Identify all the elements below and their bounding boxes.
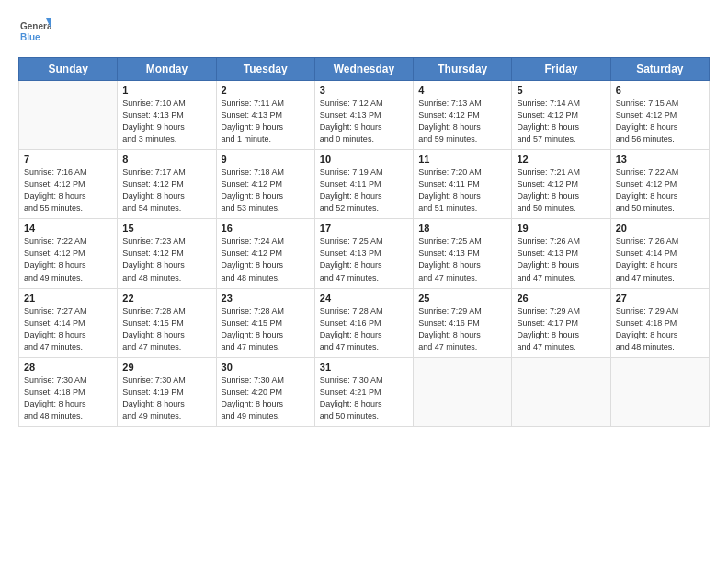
day-cell: 24Sunrise: 7:28 AM Sunset: 4:16 PM Dayli… — [314, 288, 413, 357]
svg-text:Blue: Blue — [20, 32, 40, 42]
day-number: 3 — [320, 85, 408, 96]
day-cell: 17Sunrise: 7:25 AM Sunset: 4:13 PM Dayli… — [314, 219, 413, 288]
weekday-header-friday: Friday — [512, 58, 610, 81]
svg-text:General: General — [20, 21, 51, 31]
day-cell: 5Sunrise: 7:14 AM Sunset: 4:12 PM Daylig… — [512, 81, 610, 150]
day-number: 9 — [222, 154, 310, 165]
weekday-header-monday: Monday — [118, 58, 216, 81]
day-info: Sunrise: 7:24 AM Sunset: 4:12 PM Dayligh… — [222, 236, 310, 283]
logo: General Blue — [18, 15, 51, 48]
day-cell: 15Sunrise: 7:23 AM Sunset: 4:12 PM Dayli… — [118, 219, 216, 288]
day-number: 18 — [418, 223, 506, 234]
day-cell: 3Sunrise: 7:12 AM Sunset: 4:13 PM Daylig… — [314, 81, 413, 150]
day-number: 31 — [320, 362, 408, 373]
day-cell: 27Sunrise: 7:29 AM Sunset: 4:18 PM Dayli… — [610, 288, 709, 357]
header: General Blue — [18, 15, 710, 48]
day-cell: 16Sunrise: 7:24 AM Sunset: 4:12 PM Dayli… — [216, 219, 314, 288]
day-info: Sunrise: 7:25 AM Sunset: 4:13 PM Dayligh… — [418, 236, 506, 283]
day-info: Sunrise: 7:30 AM Sunset: 4:20 PM Dayligh… — [222, 374, 310, 422]
day-number: 20 — [616, 223, 704, 234]
day-cell: 13Sunrise: 7:22 AM Sunset: 4:12 PM Dayli… — [610, 150, 709, 219]
day-cell: 7Sunrise: 7:16 AM Sunset: 4:12 PM Daylig… — [19, 150, 118, 219]
day-info: Sunrise: 7:26 AM Sunset: 4:13 PM Dayligh… — [517, 236, 605, 283]
day-number: 5 — [517, 85, 605, 96]
weekday-header-sunday: Sunday — [19, 58, 118, 81]
weekday-header-saturday: Saturday — [610, 58, 709, 81]
day-number: 1 — [122, 85, 210, 96]
day-info: Sunrise: 7:11 AM Sunset: 4:13 PM Dayligh… — [222, 98, 310, 145]
day-info: Sunrise: 7:18 AM Sunset: 4:12 PM Dayligh… — [222, 167, 310, 214]
day-number: 14 — [24, 223, 112, 234]
day-cell — [414, 357, 512, 426]
day-cell: 19Sunrise: 7:26 AM Sunset: 4:13 PM Dayli… — [512, 219, 610, 288]
day-cell: 11Sunrise: 7:20 AM Sunset: 4:11 PM Dayli… — [414, 150, 512, 219]
day-cell: 1Sunrise: 7:10 AM Sunset: 4:13 PM Daylig… — [118, 81, 216, 150]
day-number: 15 — [122, 223, 210, 234]
day-number: 19 — [517, 223, 605, 234]
day-info: Sunrise: 7:28 AM Sunset: 4:15 PM Dayligh… — [122, 305, 210, 353]
day-info: Sunrise: 7:30 AM Sunset: 4:18 PM Dayligh… — [24, 374, 112, 422]
day-cell: 30Sunrise: 7:30 AM Sunset: 4:20 PM Dayli… — [216, 357, 314, 426]
day-info: Sunrise: 7:28 AM Sunset: 4:15 PM Dayligh… — [222, 305, 310, 353]
weekday-header-thursday: Thursday — [414, 58, 512, 81]
day-cell: 6Sunrise: 7:15 AM Sunset: 4:12 PM Daylig… — [610, 81, 709, 150]
day-info: Sunrise: 7:16 AM Sunset: 4:12 PM Dayligh… — [24, 167, 112, 214]
day-number: 16 — [222, 223, 310, 234]
day-number: 7 — [24, 154, 112, 165]
day-number: 11 — [418, 154, 506, 165]
day-number: 28 — [24, 362, 112, 373]
day-info: Sunrise: 7:13 AM Sunset: 4:12 PM Dayligh… — [418, 98, 506, 145]
week-row-2: 7Sunrise: 7:16 AM Sunset: 4:12 PM Daylig… — [19, 150, 710, 219]
logo-icon: General Blue — [18, 15, 51, 48]
day-info: Sunrise: 7:30 AM Sunset: 4:21 PM Dayligh… — [320, 374, 408, 422]
day-cell: 2Sunrise: 7:11 AM Sunset: 4:13 PM Daylig… — [216, 81, 314, 150]
day-number: 2 — [222, 85, 310, 96]
day-number: 30 — [222, 362, 310, 373]
day-cell: 26Sunrise: 7:29 AM Sunset: 4:17 PM Dayli… — [512, 288, 610, 357]
day-info: Sunrise: 7:15 AM Sunset: 4:12 PM Dayligh… — [616, 98, 704, 145]
day-cell — [19, 81, 118, 150]
day-number: 4 — [418, 85, 506, 96]
day-cell: 23Sunrise: 7:28 AM Sunset: 4:15 PM Dayli… — [216, 288, 314, 357]
day-number: 29 — [122, 362, 210, 373]
day-cell: 12Sunrise: 7:21 AM Sunset: 4:12 PM Dayli… — [512, 150, 610, 219]
day-number: 25 — [418, 293, 506, 304]
day-cell: 28Sunrise: 7:30 AM Sunset: 4:18 PM Dayli… — [19, 357, 118, 426]
weekday-header-wednesday: Wednesday — [314, 58, 413, 81]
day-info: Sunrise: 7:22 AM Sunset: 4:12 PM Dayligh… — [616, 167, 704, 214]
day-number: 26 — [517, 293, 605, 304]
week-row-3: 14Sunrise: 7:22 AM Sunset: 4:12 PM Dayli… — [19, 219, 710, 288]
day-cell: 14Sunrise: 7:22 AM Sunset: 4:12 PM Dayli… — [19, 219, 118, 288]
day-cell: 21Sunrise: 7:27 AM Sunset: 4:14 PM Dayli… — [19, 288, 118, 357]
day-number: 13 — [616, 154, 704, 165]
day-info: Sunrise: 7:21 AM Sunset: 4:12 PM Dayligh… — [517, 167, 605, 214]
day-cell: 29Sunrise: 7:30 AM Sunset: 4:19 PM Dayli… — [118, 357, 216, 426]
week-row-5: 28Sunrise: 7:30 AM Sunset: 4:18 PM Dayli… — [19, 357, 710, 426]
weekday-header-row: SundayMondayTuesdayWednesdayThursdayFrid… — [19, 58, 710, 81]
day-info: Sunrise: 7:14 AM Sunset: 4:12 PM Dayligh… — [517, 98, 605, 145]
day-info: Sunrise: 7:12 AM Sunset: 4:13 PM Dayligh… — [320, 98, 408, 145]
day-number: 8 — [122, 154, 210, 165]
day-cell: 8Sunrise: 7:17 AM Sunset: 4:12 PM Daylig… — [118, 150, 216, 219]
day-info: Sunrise: 7:10 AM Sunset: 4:13 PM Dayligh… — [122, 98, 210, 145]
day-info: Sunrise: 7:28 AM Sunset: 4:16 PM Dayligh… — [320, 305, 408, 353]
day-number: 27 — [616, 293, 704, 304]
page: General Blue SundayMondayTuesdayWednesda… — [0, 0, 728, 563]
week-row-1: 1Sunrise: 7:10 AM Sunset: 4:13 PM Daylig… — [19, 81, 710, 150]
day-info: Sunrise: 7:29 AM Sunset: 4:18 PM Dayligh… — [616, 305, 704, 353]
day-info: Sunrise: 7:26 AM Sunset: 4:14 PM Dayligh… — [616, 236, 704, 283]
day-info: Sunrise: 7:19 AM Sunset: 4:11 PM Dayligh… — [320, 167, 408, 214]
day-cell: 4Sunrise: 7:13 AM Sunset: 4:12 PM Daylig… — [414, 81, 512, 150]
day-cell: 20Sunrise: 7:26 AM Sunset: 4:14 PM Dayli… — [610, 219, 709, 288]
day-number: 24 — [320, 293, 408, 304]
day-cell: 18Sunrise: 7:25 AM Sunset: 4:13 PM Dayli… — [414, 219, 512, 288]
day-number: 10 — [320, 154, 408, 165]
day-info: Sunrise: 7:25 AM Sunset: 4:13 PM Dayligh… — [320, 236, 408, 283]
day-cell — [512, 357, 610, 426]
day-number: 12 — [517, 154, 605, 165]
day-cell — [610, 357, 709, 426]
day-number: 22 — [122, 293, 210, 304]
day-info: Sunrise: 7:20 AM Sunset: 4:11 PM Dayligh… — [418, 167, 506, 214]
calendar: SundayMondayTuesdayWednesdayThursdayFrid… — [18, 57, 710, 427]
day-cell: 10Sunrise: 7:19 AM Sunset: 4:11 PM Dayli… — [314, 150, 413, 219]
